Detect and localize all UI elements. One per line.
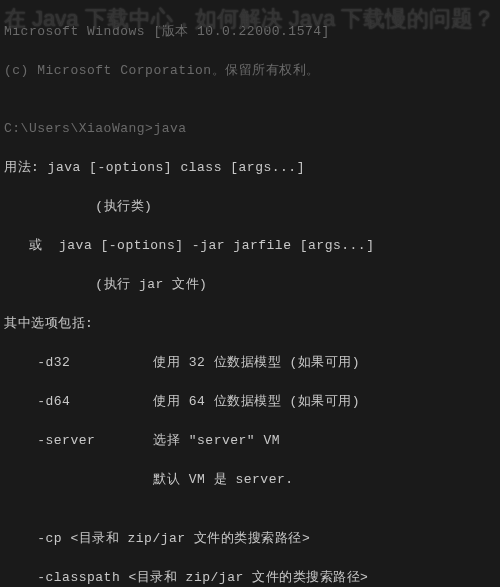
win-version-line: Microsoft Windows [版本 10.0.22000.1574]	[4, 22, 496, 42]
options-header: 其中选项包括:	[4, 314, 496, 334]
usage-line-1: 用法: java [-options] class [args...]	[4, 158, 496, 178]
usage-line-3: 或 java [-options] -jar jarfile [args...]	[4, 236, 496, 256]
copyright-line: (c) Microsoft Corporation。保留所有权利。	[4, 61, 496, 81]
prompt-line: C:\Users\XiaoWang>java	[4, 119, 496, 139]
option-d32: -d32 使用 32 位数据模型 (如果可用)	[4, 353, 496, 373]
option-d64: -d64 使用 64 位数据模型 (如果可用)	[4, 392, 496, 412]
option-server: -server 选择 "server" VM	[4, 431, 496, 451]
usage-line-4: (执行 jar 文件)	[4, 275, 496, 295]
option-server-default: 默认 VM 是 server.	[4, 470, 496, 490]
terminal-output: Microsoft Windows [版本 10.0.22000.1574] (…	[0, 0, 500, 587]
option-classpath: -classpath <目录和 zip/jar 文件的类搜索路径>	[4, 568, 496, 588]
option-cp: -cp <目录和 zip/jar 文件的类搜索路径>	[4, 529, 496, 549]
usage-line-2: (执行类)	[4, 197, 496, 217]
